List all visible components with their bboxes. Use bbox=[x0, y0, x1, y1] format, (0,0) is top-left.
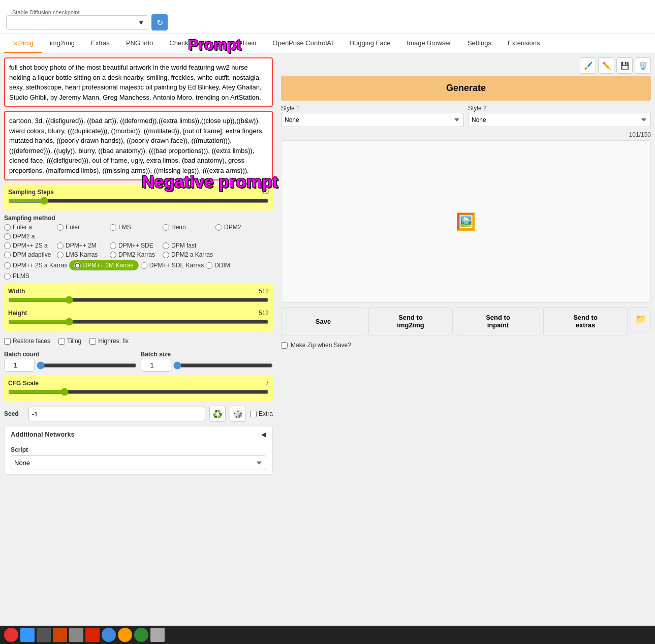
send-to-inpaint-button[interactable]: Send to inpaint bbox=[456, 307, 540, 335]
radio-plms[interactable]: PLMS bbox=[4, 272, 55, 280]
radio-dpm2akarras[interactable]: DPM2 a Karras bbox=[163, 251, 213, 258]
tab-image-browser[interactable]: Image Browser bbox=[399, 34, 459, 53]
tab-txt2img[interactable]: txt2img bbox=[4, 34, 42, 53]
sampling-method-section: Sampling method Euler a Euler LMS Heun D… bbox=[4, 214, 273, 280]
tab-settings[interactable]: Settings bbox=[459, 34, 500, 53]
cfg-scale-slider[interactable] bbox=[8, 388, 269, 396]
tab-img2img[interactable]: img2img bbox=[42, 34, 83, 53]
save-button[interactable]: Save bbox=[281, 307, 365, 335]
radio-dpmpp2mkarras[interactable]: DPM++ 2M Karras bbox=[69, 260, 138, 270]
extra-seed-checkbox[interactable]: Extra bbox=[250, 410, 273, 417]
dimensions-section: Width 512 Height 512 bbox=[4, 284, 273, 331]
tab-extras[interactable]: Extras bbox=[83, 34, 118, 53]
batch-count-input[interactable] bbox=[4, 359, 35, 372]
radio-dpm2a[interactable]: DPM2 a bbox=[4, 233, 55, 240]
checkpoint-label: Stable Diffusion checkpoint bbox=[12, 9, 80, 15]
taskbar-icon-5[interactable] bbox=[69, 628, 83, 642]
highres-fix-checkbox[interactable]: Highres. fix bbox=[89, 338, 129, 345]
radio-euler-a[interactable]: Euler a bbox=[4, 224, 55, 231]
additional-networks-content: Script None bbox=[5, 442, 272, 474]
batch-count-label: Batch count bbox=[4, 351, 137, 358]
width-slider[interactable] bbox=[8, 296, 269, 304]
additional-networks-header[interactable]: Additional Networks ◀ bbox=[5, 426, 272, 442]
radio-dpmfast[interactable]: DPM fast bbox=[163, 242, 213, 249]
taskbar-icon-10[interactable] bbox=[150, 628, 165, 642]
taskbar-icon-8[interactable] bbox=[118, 628, 132, 642]
style-row: Style 1 None Style 2 None bbox=[281, 105, 651, 127]
taskbar-icon-7[interactable] bbox=[102, 628, 116, 642]
width-value: 512 bbox=[259, 288, 269, 295]
seed-recycle-button[interactable]: ♻️ bbox=[209, 406, 226, 422]
paint-icon-button[interactable]: 🖌️ bbox=[580, 57, 596, 74]
radio-euler[interactable]: Euler bbox=[57, 224, 108, 231]
negative-prompt-input[interactable]: cartoon, 3d, ((disfigured)), ((bad art))… bbox=[5, 112, 272, 178]
taskbar-icon-9[interactable] bbox=[134, 628, 148, 642]
top-header: Stable Diffusion checkpoint ▼ ↻ bbox=[0, 0, 655, 34]
radio-dpmppsde[interactable]: DPM++ SDE bbox=[110, 242, 161, 249]
radio-dpmpp2m[interactable]: DPM++ 2M bbox=[57, 242, 108, 249]
pencil-icon-button[interactable]: ✏️ bbox=[598, 57, 614, 74]
radio-dpm2[interactable]: DPM2 bbox=[215, 224, 266, 231]
send-to-extras-button[interactable]: Send to extras bbox=[543, 307, 628, 335]
sampling-steps-section: Sampling Steps 20 bbox=[4, 185, 273, 210]
tab-train[interactable]: Train bbox=[233, 34, 264, 53]
radio-lms[interactable]: LMS bbox=[110, 224, 161, 231]
style1-label: Style 1 bbox=[281, 105, 464, 112]
batch-size-slider[interactable] bbox=[173, 361, 273, 370]
refresh-checkpoint-button[interactable]: ↻ bbox=[151, 14, 168, 30]
sampling-steps-label: Sampling Steps bbox=[8, 189, 54, 196]
taskbar-icon-6[interactable] bbox=[85, 628, 100, 642]
tab-png-info[interactable]: PNG Info bbox=[118, 34, 161, 53]
left-panel: full shot body photo of the most beautif… bbox=[0, 53, 277, 483]
script-select[interactable]: None bbox=[11, 455, 266, 470]
checkboxes-row: Restore faces Tiling Highres. fix bbox=[4, 335, 273, 347]
tab-extensions[interactable]: Extensions bbox=[500, 34, 548, 53]
height-slider[interactable] bbox=[8, 318, 269, 326]
trash-icon-button[interactable]: 🗑️ bbox=[635, 57, 651, 74]
tab-hugging-face[interactable]: Hugging Face bbox=[341, 34, 399, 53]
radio-heun[interactable]: Heun bbox=[163, 224, 213, 231]
send-to-img2img-button[interactable]: Send to img2img bbox=[368, 307, 453, 335]
seed-input[interactable]: -1 bbox=[28, 407, 205, 421]
radio-lmskarras[interactable]: LMS Karras bbox=[57, 251, 108, 258]
restore-faces-checkbox[interactable]: Restore faces bbox=[4, 338, 50, 345]
positive-prompt-input[interactable]: full shot body photo of the most beautif… bbox=[5, 58, 272, 104]
seed-dice-button[interactable]: 🎲 bbox=[230, 406, 246, 422]
tiling-checkbox[interactable]: Tiling bbox=[58, 338, 81, 345]
selected-method-label: DPM++ 2M Karras bbox=[83, 262, 133, 269]
additional-networks-panel: Additional Networks ◀ Script None bbox=[4, 426, 273, 475]
script-label: Script bbox=[11, 446, 266, 453]
style2-select[interactable]: None bbox=[468, 113, 651, 127]
radio-dpm2karras[interactable]: DPM2 Karras bbox=[110, 251, 161, 258]
batch-size-col: Batch size bbox=[141, 351, 273, 372]
negative-prompt-container: cartoon, 3d, ((disfigured)), ((bad art))… bbox=[4, 111, 273, 180]
sampling-method-group4: DPM++ 2S a Karras DPM++ 2M Karras DPM++ … bbox=[4, 260, 273, 270]
sampling-steps-slider[interactable] bbox=[8, 197, 269, 205]
taskbar-icon-2[interactable] bbox=[20, 628, 35, 642]
tab-openpose[interactable]: OpenPose ControlAI bbox=[264, 34, 341, 53]
seed-label: Seed bbox=[4, 410, 24, 417]
tab-checkpoint-merger[interactable]: Checkpoint Merger bbox=[161, 34, 233, 53]
taskbar-icon-1[interactable] bbox=[4, 628, 18, 642]
radio-dpmpp2sa[interactable]: DPM++ 2S a bbox=[4, 242, 55, 249]
taskbar-icon-3[interactable] bbox=[37, 628, 51, 642]
save-icon-button[interactable]: 💾 bbox=[616, 57, 633, 74]
radio-ddim[interactable]: DDIM bbox=[206, 260, 257, 270]
batch-size-input[interactable] bbox=[141, 359, 171, 372]
taskbar-icon-4[interactable] bbox=[53, 628, 67, 642]
right-panel: 🖌️ ✏️ 💾 🗑️ Generate Style 1 None Style 2 bbox=[277, 53, 655, 483]
generate-button[interactable]: Generate bbox=[281, 76, 651, 101]
image-output-area: 🖼️ bbox=[281, 140, 651, 303]
style2-label: Style 2 bbox=[468, 105, 651, 112]
style1-col: Style 1 None bbox=[281, 105, 464, 127]
radio-dpmppsdekarras[interactable]: DPM++ SDE Karras bbox=[141, 260, 204, 270]
make-zip-checkbox[interactable] bbox=[281, 342, 288, 349]
checkpoint-select[interactable] bbox=[6, 15, 148, 30]
open-folder-button[interactable]: 📁 bbox=[631, 307, 651, 331]
style1-select[interactable]: None bbox=[281, 113, 464, 127]
radio-dpmadaptive[interactable]: DPM adaptive bbox=[4, 251, 55, 258]
additional-networks-title: Additional Networks bbox=[11, 431, 75, 438]
radio-dpmpp2sakarras[interactable]: DPM++ 2S a Karras bbox=[4, 260, 67, 270]
batch-count-slider[interactable] bbox=[37, 361, 137, 370]
height-value: 512 bbox=[259, 310, 269, 317]
